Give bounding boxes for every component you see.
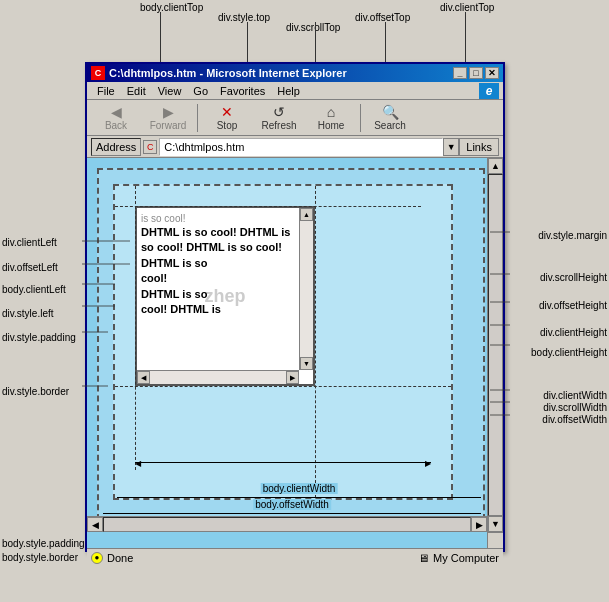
annotation-div-offset-width: div.offsetWidth (542, 414, 607, 425)
annotation-div-client-width: div.clientWidth (543, 390, 607, 401)
annotation-div-client-left: div.clientLeft (2, 237, 57, 248)
search-icon: 🔍 (382, 104, 398, 120)
forward-button[interactable]: ▶ Forward (143, 103, 193, 133)
menu-favorites[interactable]: Favorites (214, 85, 271, 97)
annotation-div-offset-height: div.offsetHeight (539, 300, 607, 311)
zone-label: My Computer (433, 552, 499, 564)
annotation-div-style-padding: div.style.padding (2, 332, 76, 343)
annotation-body-client-height: body.clientHeight (531, 347, 607, 358)
inner-sb-right[interactable]: ▶ (286, 371, 299, 384)
main-sb-left[interactable]: ◀ (87, 517, 103, 532)
status-icon: ● (91, 552, 103, 564)
outer-div: zhep is so cool! DHTML is so cool! DHTML… (97, 168, 485, 530)
menu-help[interactable]: Help (271, 85, 306, 97)
search-button[interactable]: 🔍 Search (365, 103, 415, 133)
title-bar: C C:\dhtmlpos.htm - Microsoft Internet E… (87, 64, 503, 82)
menu-view[interactable]: View (152, 85, 188, 97)
scroll-content: is so cool! DHTML is so cool! DHTML is s… (137, 208, 313, 333)
annotation-div-client-height: div.clientHeight (540, 327, 607, 338)
annotation-div-offset-left: div.offsetLeft (2, 262, 58, 273)
links-button[interactable]: Links (459, 138, 499, 156)
inner-scrollbar-h[interactable]: ◀ ▶ (137, 370, 299, 384)
annotation-body-style-padding: body.style.padding (2, 538, 85, 549)
inner-sb-left[interactable]: ◀ (137, 371, 150, 384)
annotation-div-style-margin: div.style.margin (538, 230, 607, 241)
annotation-div-style-border: div.style.border (2, 386, 69, 397)
main-sb-up[interactable]: ▲ (488, 158, 503, 174)
status-zone: 🖥 My Computer (418, 552, 499, 564)
menu-go[interactable]: Go (187, 85, 214, 97)
inner-sb-down[interactable]: ▼ (300, 357, 313, 370)
top-annotations: body.clientTop div.style.top div.scrollT… (0, 0, 609, 62)
content-area: zhep is so cool! DHTML is so cool! DHTML… (87, 158, 503, 548)
home-icon: ⌂ (323, 104, 339, 120)
annotation-div-offset-top: div.offsetTop (355, 12, 410, 23)
body-offsetwidth-annotation: body.offsetWidth (103, 513, 481, 514)
minimize-button[interactable]: _ (453, 67, 467, 79)
refresh-icon: ↺ (271, 104, 287, 120)
address-dropdown[interactable]: ▼ (443, 138, 459, 156)
annotation-div-scroll-top: div.scrollTop (286, 22, 340, 33)
address-input[interactable]: C:\dhtmlpos.htm (159, 138, 443, 156)
close-button[interactable]: ✕ (485, 67, 499, 79)
main-scrollbar-v[interactable]: ▲ ▼ (487, 158, 503, 532)
annotation-div-scroll-height: div.scrollHeight (540, 272, 607, 283)
inner-sb-track-h (150, 371, 286, 384)
annotation-body-style-border: body.style.border (2, 552, 78, 563)
annotation-div-style-top: div.style.top (218, 12, 270, 23)
ie-logo: e (479, 83, 499, 99)
main-sb-htrack (103, 517, 471, 532)
forward-icon: ▶ (160, 104, 176, 120)
title-bar-title: C:\dhtmlpos.htm - Microsoft Internet Exp… (109, 67, 453, 79)
main-sb-down[interactable]: ▼ (488, 516, 503, 532)
status-text: Done (107, 552, 418, 564)
annotation-div-style-left: div.style.left (2, 308, 54, 319)
annotation-body-client-top: body.clientTop (140, 2, 203, 13)
address-bar: Address C C:\dhtmlpos.htm ▼ Links (87, 136, 503, 158)
back-icon: ◀ (108, 104, 124, 120)
annotation-div-scroll-width: div.scrollWidth (543, 402, 607, 413)
main-scrollbar-h[interactable]: ◀ ▶ (87, 516, 487, 532)
menu-file[interactable]: File (91, 85, 121, 97)
scrollbar-corner (487, 532, 503, 548)
browser-icon: C (91, 66, 105, 80)
title-bar-buttons: _ □ ✕ (453, 67, 499, 79)
status-bar: ● Done 🖥 My Computer (87, 548, 503, 566)
stop-icon: ✕ (219, 104, 235, 120)
body-client-width-line: ◀ ▶ (135, 462, 431, 463)
menu-bar: File Edit View Go Favorites Help e (87, 82, 503, 100)
body-clientwidth-annotation: body.clientWidth (117, 497, 481, 498)
address-favicon: C (143, 140, 157, 154)
inner-content-div: zhep is so cool! DHTML is so cool! DHTML… (113, 184, 453, 500)
annotation-body-client-left: body.clientLeft (2, 284, 66, 295)
scroll-div[interactable]: zhep is so cool! DHTML is so cool! DHTML… (135, 206, 315, 386)
address-label: Address (91, 138, 141, 156)
refresh-button[interactable]: ↺ Refresh (254, 103, 304, 133)
annotation-div-client-top-right: div.clientTop (440, 2, 494, 13)
maximize-button[interactable]: □ (469, 67, 483, 79)
toolbar: ◀ Back ▶ Forward ✕ Stop ↺ Refresh ⌂ Home… (87, 100, 503, 136)
main-sb-right[interactable]: ▶ (471, 517, 487, 532)
menu-edit[interactable]: Edit (121, 85, 152, 97)
home-button[interactable]: ⌂ Home (306, 103, 356, 133)
back-button[interactable]: ◀ Back (91, 103, 141, 133)
browser-window: C C:\dhtmlpos.htm - Microsoft Internet E… (85, 62, 505, 552)
main-sb-track (488, 174, 503, 516)
stop-button[interactable]: ✕ Stop (202, 103, 252, 133)
